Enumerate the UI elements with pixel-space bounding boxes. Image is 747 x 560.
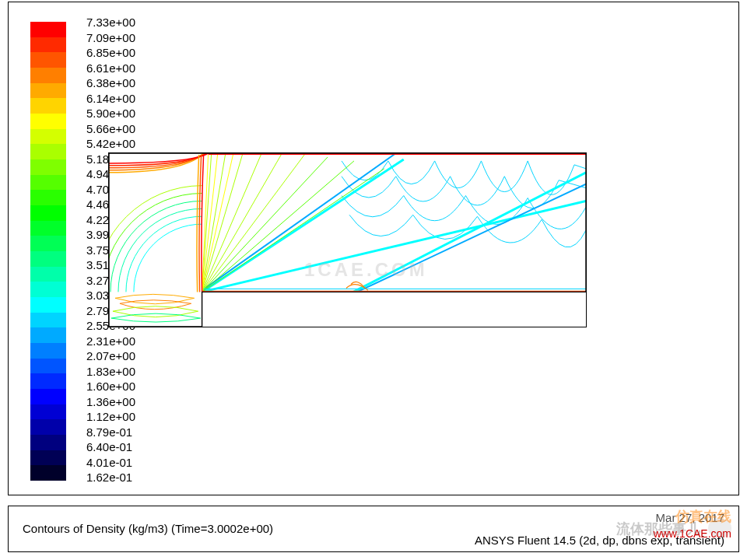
colorbar-segment — [30, 83, 66, 99]
colorbar-segment — [30, 114, 66, 129]
caption-software: ANSYS Fluent 14.5 (2d, dp, dbns exp, tra… — [475, 534, 724, 547]
colorbar-segment — [30, 205, 66, 221]
legend-value: 1.60e+00 — [86, 380, 135, 392]
colorbar-segment — [30, 267, 66, 282]
colorbar-segment — [30, 175, 66, 191]
colorbar-segment — [30, 98, 66, 114]
legend-value: 6.38e+00 — [86, 77, 135, 89]
contour-svg — [109, 153, 586, 327]
colorbar-segment — [30, 327, 66, 343]
colorbar-segment — [30, 297, 66, 313]
colorbar-segment — [30, 313, 66, 328]
colorbar-segment — [30, 190, 66, 205]
colorbar-segment — [30, 52, 66, 68]
colorbar-segment — [30, 404, 66, 420]
legend-value: 5.66e+00 — [86, 123, 135, 135]
colorbar-segment — [30, 465, 66, 481]
legend-value: 5.42e+00 — [86, 138, 135, 149]
legend-value: 7.09e+00 — [86, 32, 135, 44]
colorbar-segment — [30, 251, 66, 267]
legend-value: 6.61e+00 — [86, 62, 135, 74]
colorbar-segment — [30, 450, 66, 466]
legend-value: 8.79e-01 — [86, 426, 135, 438]
colorbar-segment — [30, 373, 66, 389]
legend-value: 5.90e+00 — [86, 107, 135, 119]
legend-value: 1.62e-01 — [86, 471, 135, 483]
legend-value: 2.31e+00 — [86, 335, 135, 347]
contour-plot — [108, 152, 587, 327]
colorbar-segment — [30, 282, 66, 297]
colorbar-segment — [30, 37, 66, 53]
colorbar-segment — [30, 359, 66, 374]
caption-date: Mar 27, 2017 — [656, 511, 724, 524]
colorbar-segment — [30, 435, 66, 450]
legend-value: 6.14e+00 — [86, 93, 135, 104]
legend-value: 1.12e+00 — [86, 411, 135, 422]
legend-value: 6.40e-01 — [86, 441, 135, 453]
colorbar-segment — [30, 68, 66, 83]
legend-value: 4.01e-01 — [86, 457, 135, 468]
colorbar-segment — [30, 159, 66, 175]
colorbar-segment — [30, 221, 66, 236]
colorbar-segment — [30, 343, 66, 359]
colorbar-segment — [30, 22, 66, 37]
colorbar — [30, 22, 66, 481]
legend-value: 1.83e+00 — [86, 366, 135, 377]
colorbar-segment — [30, 144, 66, 159]
colorbar-segment — [30, 419, 66, 435]
caption-box: Contours of Density (kg/m3) (Time=3.0002… — [8, 506, 739, 552]
legend-value: 7.33e+00 — [86, 16, 135, 28]
plot-area: 7.33e+007.09e+006.85e+006.61e+006.38e+00… — [8, 2, 739, 495]
legend-value: 1.36e+00 — [86, 396, 135, 408]
colorbar-segment — [30, 129, 66, 145]
legend-value: 6.85e+00 — [86, 47, 135, 58]
colorbar-segment — [30, 389, 66, 404]
legend-value: 2.07e+00 — [86, 350, 135, 362]
colorbar-segment — [30, 236, 66, 251]
caption-title: Contours of Density (kg/m3) (Time=3.0002… — [23, 522, 273, 535]
